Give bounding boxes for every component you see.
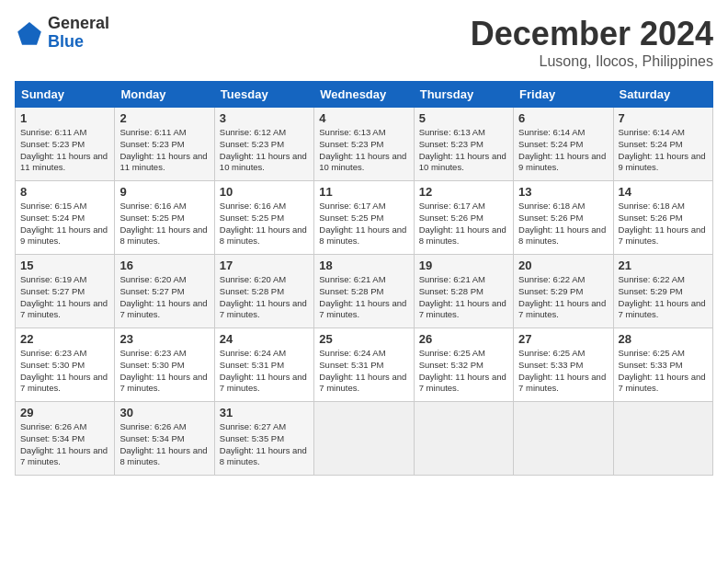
month-title: December 2024 [471, 15, 713, 53]
day-number: 16 [119, 259, 209, 272]
calendar-day: 22Sunrise: 6:23 AMSunset: 5:30 PMDayligh… [16, 328, 115, 402]
day-number: 19 [419, 259, 508, 272]
day-number: 14 [619, 185, 708, 199]
day-header-tuesday: Tuesday [214, 82, 313, 108]
day-number: 2 [119, 111, 209, 125]
calendar-header-row: SundayMondayTuesdayWednesdayThursdayFrid… [16, 82, 713, 108]
day-info: Sunrise: 6:13 AMSunset: 5:23 PMDaylight:… [419, 127, 506, 172]
calendar-day [314, 402, 414, 476]
day-info: Sunrise: 6:26 AMSunset: 5:34 PMDaylight:… [20, 421, 108, 466]
day-number: 28 [619, 332, 708, 346]
calendar-day: 3Sunrise: 6:12 AMSunset: 5:23 PMDaylight… [214, 108, 313, 181]
calendar-day: 18Sunrise: 6:21 AMSunset: 5:28 PMDayligh… [314, 255, 414, 328]
calendar-day: 7Sunrise: 6:14 AMSunset: 5:24 PMDaylight… [613, 108, 712, 181]
logo-general-text: General [48, 14, 109, 32]
calendar-day: 19Sunrise: 6:21 AMSunset: 5:28 PMDayligh… [414, 255, 513, 328]
day-number: 22 [20, 332, 109, 346]
logo: General Blue [15, 15, 109, 52]
calendar-day: 15Sunrise: 6:19 AMSunset: 5:27 PMDayligh… [16, 255, 115, 328]
day-info: Sunrise: 6:14 AMSunset: 5:24 PMDaylight:… [518, 127, 606, 172]
calendar-day: 9Sunrise: 6:16 AMSunset: 5:25 PMDaylight… [115, 181, 214, 255]
calendar-day: 8Sunrise: 6:15 AMSunset: 5:24 PMDaylight… [16, 181, 115, 255]
day-number: 23 [119, 332, 209, 346]
day-number: 21 [619, 259, 708, 272]
day-header-thursday: Thursday [414, 82, 513, 108]
calendar-day: 14Sunrise: 6:18 AMSunset: 5:26 PMDayligh… [613, 181, 712, 255]
calendar-day: 23Sunrise: 6:23 AMSunset: 5:30 PMDayligh… [115, 328, 214, 402]
day-info: Sunrise: 6:25 AMSunset: 5:32 PMDaylight:… [419, 348, 506, 393]
day-info: Sunrise: 6:22 AMSunset: 5:29 PMDaylight:… [619, 274, 706, 319]
day-number: 3 [220, 111, 309, 125]
calendar-day [514, 402, 613, 476]
day-number: 27 [518, 332, 608, 346]
calendar-day: 13Sunrise: 6:18 AMSunset: 5:26 PMDayligh… [514, 181, 613, 255]
day-info: Sunrise: 6:16 AMSunset: 5:25 PMDaylight:… [220, 201, 307, 246]
day-number: 8 [20, 185, 109, 199]
day-number: 11 [319, 185, 408, 199]
calendar-day: 11Sunrise: 6:17 AMSunset: 5:25 PMDayligh… [314, 181, 414, 255]
day-info: Sunrise: 6:24 AMSunset: 5:31 PMDaylight:… [220, 348, 307, 393]
day-info: Sunrise: 6:23 AMSunset: 5:30 PMDaylight:… [119, 348, 207, 393]
day-info: Sunrise: 6:15 AMSunset: 5:24 PMDaylight:… [20, 201, 108, 246]
calendar-day: 25Sunrise: 6:24 AMSunset: 5:31 PMDayligh… [314, 328, 414, 402]
day-number: 13 [518, 185, 608, 199]
day-number: 6 [518, 111, 608, 125]
calendar-week-4: 22Sunrise: 6:23 AMSunset: 5:30 PMDayligh… [16, 328, 713, 402]
calendar-week-2: 8Sunrise: 6:15 AMSunset: 5:24 PMDaylight… [16, 181, 713, 255]
day-number: 5 [419, 111, 508, 125]
day-number: 20 [518, 259, 608, 272]
logo-blue-text: Blue [48, 32, 84, 51]
calendar-day: 20Sunrise: 6:22 AMSunset: 5:29 PMDayligh… [514, 255, 613, 328]
calendar-day: 5Sunrise: 6:13 AMSunset: 5:23 PMDaylight… [414, 108, 513, 181]
calendar-week-3: 15Sunrise: 6:19 AMSunset: 5:27 PMDayligh… [16, 255, 713, 328]
day-header-wednesday: Wednesday [314, 82, 414, 108]
day-info: Sunrise: 6:25 AMSunset: 5:33 PMDaylight:… [518, 348, 606, 393]
calendar-day: 30Sunrise: 6:26 AMSunset: 5:34 PMDayligh… [115, 402, 214, 476]
day-number: 17 [220, 259, 309, 272]
calendar-day: 12Sunrise: 6:17 AMSunset: 5:26 PMDayligh… [414, 181, 513, 255]
calendar-day: 27Sunrise: 6:25 AMSunset: 5:33 PMDayligh… [514, 328, 613, 402]
day-info: Sunrise: 6:24 AMSunset: 5:31 PMDaylight:… [319, 348, 406, 393]
day-info: Sunrise: 6:17 AMSunset: 5:25 PMDaylight:… [319, 201, 406, 246]
day-info: Sunrise: 6:26 AMSunset: 5:34 PMDaylight:… [119, 421, 207, 466]
calendar-day: 21Sunrise: 6:22 AMSunset: 5:29 PMDayligh… [613, 255, 712, 328]
day-number: 15 [20, 259, 109, 272]
calendar-day: 17Sunrise: 6:20 AMSunset: 5:28 PMDayligh… [214, 255, 313, 328]
logo-icon [15, 18, 44, 48]
day-number: 24 [220, 332, 309, 346]
day-number: 30 [119, 406, 209, 419]
day-info: Sunrise: 6:14 AMSunset: 5:24 PMDaylight:… [619, 127, 706, 172]
day-info: Sunrise: 6:20 AMSunset: 5:28 PMDaylight:… [220, 274, 307, 319]
day-number: 12 [419, 185, 508, 199]
day-info: Sunrise: 6:22 AMSunset: 5:29 PMDaylight:… [518, 274, 606, 319]
page-header: General Blue December 2024 Lusong, Iloco… [15, 15, 713, 70]
calendar-day: 26Sunrise: 6:25 AMSunset: 5:32 PMDayligh… [414, 328, 513, 402]
calendar-day: 2Sunrise: 6:11 AMSunset: 5:23 PMDaylight… [115, 108, 214, 181]
day-info: Sunrise: 6:19 AMSunset: 5:27 PMDaylight:… [20, 274, 108, 319]
day-info: Sunrise: 6:16 AMSunset: 5:25 PMDaylight:… [119, 201, 207, 246]
calendar-day: 4Sunrise: 6:13 AMSunset: 5:23 PMDaylight… [314, 108, 414, 181]
day-number: 7 [619, 111, 708, 125]
day-number: 9 [119, 185, 209, 199]
day-header-sunday: Sunday [16, 82, 115, 108]
svg-marker-0 [17, 22, 41, 45]
calendar-day: 28Sunrise: 6:25 AMSunset: 5:33 PMDayligh… [613, 328, 712, 402]
calendar-day: 31Sunrise: 6:27 AMSunset: 5:35 PMDayligh… [214, 402, 313, 476]
location-title: Lusong, Ilocos, Philippines [471, 53, 713, 70]
day-header-monday: Monday [115, 82, 214, 108]
day-info: Sunrise: 6:11 AMSunset: 5:23 PMDaylight:… [20, 127, 108, 172]
calendar-day: 6Sunrise: 6:14 AMSunset: 5:24 PMDaylight… [514, 108, 613, 181]
day-number: 10 [220, 185, 309, 199]
day-info: Sunrise: 6:11 AMSunset: 5:23 PMDaylight:… [119, 127, 207, 172]
day-info: Sunrise: 6:27 AMSunset: 5:35 PMDaylight:… [220, 421, 307, 466]
day-info: Sunrise: 6:25 AMSunset: 5:33 PMDaylight:… [619, 348, 706, 393]
calendar-day [613, 402, 712, 476]
day-number: 29 [20, 406, 109, 419]
day-info: Sunrise: 6:12 AMSunset: 5:23 PMDaylight:… [220, 127, 307, 172]
day-number: 26 [419, 332, 508, 346]
calendar-week-1: 1Sunrise: 6:11 AMSunset: 5:23 PMDaylight… [16, 108, 713, 181]
calendar-day: 29Sunrise: 6:26 AMSunset: 5:34 PMDayligh… [16, 402, 115, 476]
day-number: 31 [220, 406, 309, 419]
calendar-day: 16Sunrise: 6:20 AMSunset: 5:27 PMDayligh… [115, 255, 214, 328]
calendar-day: 24Sunrise: 6:24 AMSunset: 5:31 PMDayligh… [214, 328, 313, 402]
